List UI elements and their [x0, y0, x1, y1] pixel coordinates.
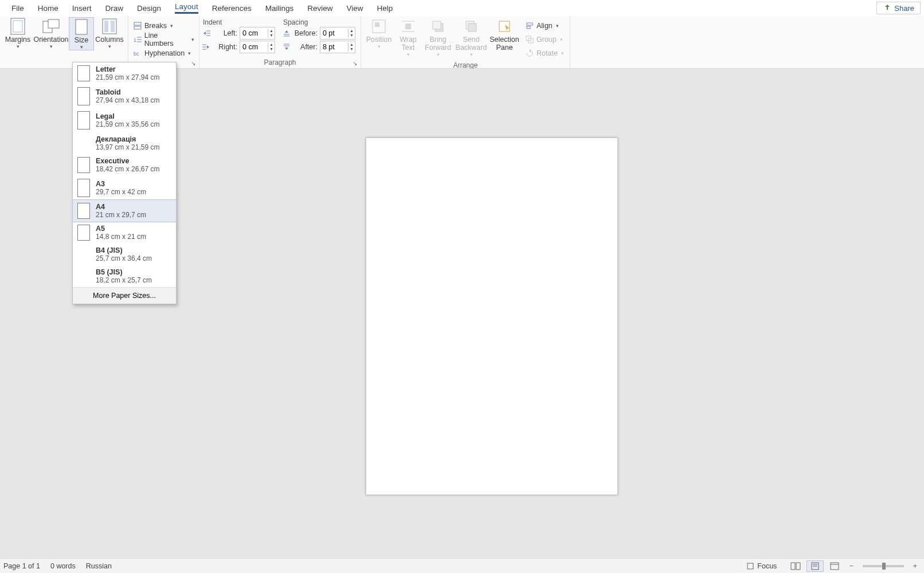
- bring-forward-button: Bring Forward ▾: [422, 17, 454, 57]
- tab-mailings[interactable]: Mailings: [259, 2, 301, 15]
- orientation-label: Orientation: [33, 36, 68, 44]
- breaks-button[interactable]: Breaks ▾: [131, 19, 197, 32]
- svg-rect-41: [796, 563, 800, 570]
- spin-down-icon[interactable]: ▼: [268, 33, 275, 38]
- spacing-before-icon: [282, 29, 291, 38]
- orientation-button[interactable]: Orientation ▾: [33, 17, 69, 49]
- print-layout-button[interactable]: [806, 560, 824, 572]
- spacing-before-spinner[interactable]: ▲▼: [320, 27, 355, 40]
- size-name: A5: [96, 225, 146, 233]
- spin-up-icon[interactable]: ▲: [349, 42, 355, 47]
- spin-up-icon[interactable]: ▲: [268, 29, 275, 33]
- chevron-down-icon: ▾: [80, 44, 83, 50]
- spacing-after-icon: [282, 42, 291, 52]
- size-option-declaration[interactable]: Декларація13,97 cm x 21,59 cm: [73, 132, 176, 154]
- align-button[interactable]: Align ▾: [523, 19, 566, 32]
- zoom-slider[interactable]: [863, 565, 904, 567]
- size-option-executive[interactable]: Executive18,42 cm x 26,67 cm: [73, 154, 176, 176]
- tab-home[interactable]: Home: [31, 2, 65, 15]
- tab-review[interactable]: Review: [300, 2, 339, 15]
- size-dim: 18,2 cm x 25,7 cm: [96, 276, 152, 284]
- align-icon: [525, 21, 534, 30]
- paragraph-group-label: Paragraph: [199, 58, 361, 68]
- line-numbers-button[interactable]: 1 Line Numbers ▾: [131, 33, 197, 46]
- chevron-down-icon: ▾: [170, 23, 173, 29]
- wrap-text-label: Wrap Text: [394, 36, 422, 52]
- size-option-letter[interactable]: Letter21,59 cm x 27,94 cm: [73, 62, 176, 84]
- indent-left-input[interactable]: [240, 29, 268, 37]
- size-option-a5[interactable]: A514,8 cm x 21 cm: [73, 222, 176, 244]
- bring-forward-icon: [429, 18, 447, 34]
- more-paper-sizes-button[interactable]: More Paper Sizes...: [73, 287, 176, 304]
- send-backward-label: Send Backward: [454, 36, 488, 52]
- size-name: B5 (JIS): [96, 268, 152, 276]
- size-option-tabloid[interactable]: Tabloid27,94 cm x 43,18 cm: [73, 84, 176, 108]
- hyphenation-button[interactable]: bc Hyphenation ▾: [131, 47, 197, 60]
- status-word-count[interactable]: 0 words: [50, 562, 76, 570]
- indent-heading: Indent: [202, 17, 275, 26]
- spacing-after-input[interactable]: [320, 43, 348, 51]
- tab-references[interactable]: References: [205, 2, 259, 15]
- send-backward-icon: [462, 18, 480, 34]
- tab-file[interactable]: File: [5, 2, 31, 15]
- size-name: Letter: [96, 65, 159, 73]
- zoom-out-button[interactable]: −: [845, 562, 856, 570]
- indent-right-spinner[interactable]: ▲▼: [240, 41, 275, 53]
- size-option-a3[interactable]: A329,7 cm x 42 cm: [73, 176, 176, 200]
- size-name: Декларація: [96, 135, 159, 143]
- position-button: Position ▾: [363, 17, 394, 49]
- columns-button[interactable]: Columns ▾: [94, 17, 125, 49]
- selection-pane-button[interactable]: Selection Pane: [488, 17, 520, 52]
- spin-down-icon[interactable]: ▼: [349, 47, 355, 52]
- tab-draw[interactable]: Draw: [99, 2, 131, 15]
- bring-forward-label: Bring Forward: [422, 36, 454, 52]
- indent-right-icon: [202, 42, 211, 52]
- margins-button[interactable]: Margins ▾: [2, 17, 33, 49]
- breaks-label: Breaks: [144, 22, 167, 30]
- paragraph-dialog-launcher[interactable]: ↘: [353, 60, 359, 67]
- size-name: Executive: [96, 157, 159, 165]
- status-language[interactable]: Russian: [86, 562, 112, 570]
- web-layout-button[interactable]: [826, 560, 843, 572]
- status-page[interactable]: Page 1 of 1: [3, 562, 40, 570]
- zoom-thumb[interactable]: [882, 563, 886, 570]
- focus-mode-button[interactable]: Focus: [757, 562, 777, 570]
- size-name: B4 (JIS): [96, 246, 152, 254]
- tab-help[interactable]: Help: [370, 2, 400, 15]
- columns-label: Columns: [95, 36, 123, 44]
- group-button: Group ▾: [523, 33, 566, 46]
- tab-view[interactable]: View: [339, 2, 370, 15]
- page-setup-dialog-launcher[interactable]: ↘: [191, 60, 198, 67]
- tab-insert[interactable]: Insert: [65, 2, 99, 15]
- spacing-after-spinner[interactable]: ▲▼: [320, 41, 355, 53]
- size-option-a4[interactable]: A421 cm x 29,7 cm: [72, 199, 177, 222]
- size-option-b5-jis[interactable]: B5 (JIS)18,2 cm x 25,7 cm: [73, 265, 176, 287]
- size-dim: 21,59 cm x 27,94 cm: [96, 73, 159, 81]
- share-button[interactable]: Share: [876, 2, 921, 14]
- size-option-b4-jis[interactable]: B4 (JIS)25,7 cm x 36,4 cm: [73, 244, 176, 265]
- tab-design[interactable]: Design: [130, 2, 168, 15]
- tab-layout[interactable]: Layout: [168, 0, 205, 16]
- page-preview[interactable]: [366, 138, 618, 495]
- position-icon: [370, 18, 388, 34]
- zoom-in-button[interactable]: +: [910, 562, 921, 570]
- wrap-text-button: Wrap Text ▾: [394, 17, 422, 57]
- spin-up-icon[interactable]: ▲: [349, 29, 355, 33]
- size-name: Tabloid: [96, 88, 159, 96]
- size-option-legal[interactable]: Legal21,59 cm x 35,56 cm: [73, 108, 176, 132]
- wrap-text-icon: [399, 18, 417, 34]
- rotate-label: Rotate: [537, 49, 558, 57]
- size-button[interactable]: Size ▾: [69, 17, 94, 50]
- indent-right-input[interactable]: [240, 43, 268, 51]
- size-icon: [72, 19, 91, 35]
- page-icon: [77, 157, 90, 173]
- page-icon: [77, 65, 90, 81]
- svg-rect-7: [111, 21, 115, 32]
- spacing-before-input[interactable]: [320, 29, 348, 37]
- svg-rect-33: [468, 23, 476, 32]
- spin-up-icon[interactable]: ▲: [268, 42, 275, 47]
- indent-left-spinner[interactable]: ▲▼: [240, 27, 275, 40]
- spin-down-icon[interactable]: ▼: [268, 47, 275, 52]
- spin-down-icon[interactable]: ▼: [349, 33, 355, 38]
- read-mode-button[interactable]: [787, 560, 804, 572]
